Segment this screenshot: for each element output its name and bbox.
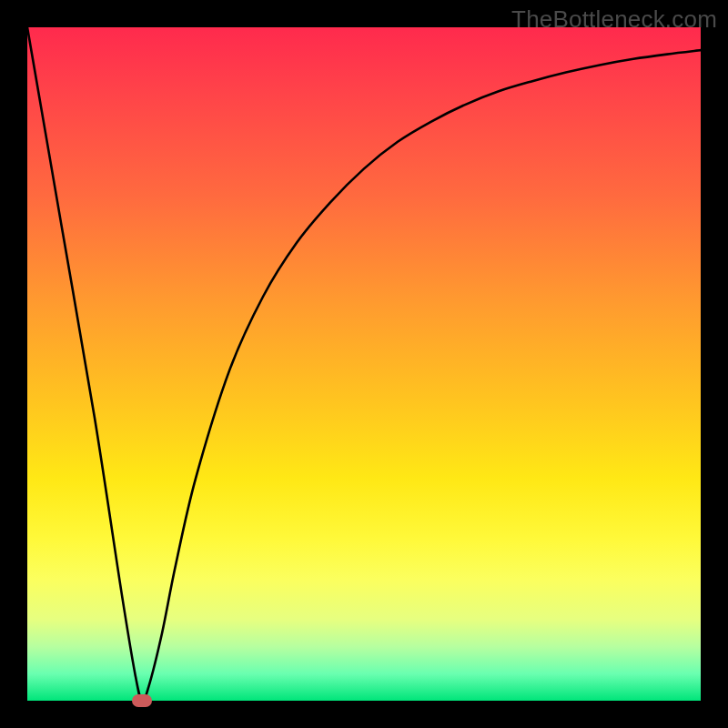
watermark-text: TheBottleneck.com — [511, 5, 717, 34]
chart-frame: TheBottleneck.com — [0, 0, 728, 728]
plot-area — [27, 27, 701, 701]
bottleneck-curve — [27, 27, 701, 701]
optimal-point-marker — [132, 694, 152, 707]
